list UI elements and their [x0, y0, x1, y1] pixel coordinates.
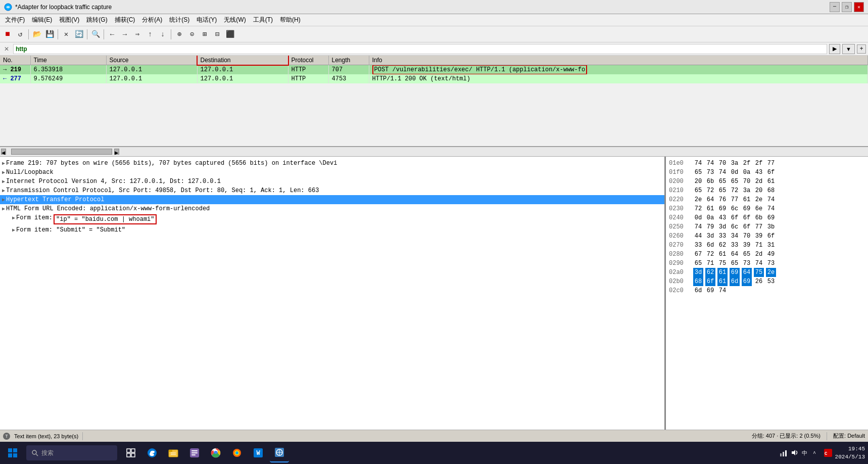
filter-options-btn[interactable]: + [857, 44, 866, 54]
hex-byte[interactable]: 43 [754, 168, 764, 177]
taskbar-firefox[interactable] [227, 443, 247, 462]
col-header-dest[interactable]: Destination [197, 56, 288, 65]
col-header-length[interactable]: Length [328, 56, 369, 65]
hex-byte[interactable]: 74 [693, 222, 703, 231]
col-header-source[interactable]: Source [106, 56, 197, 65]
hex-byte[interactable]: 65 [717, 177, 728, 186]
hex-byte[interactable]: 3d [693, 268, 703, 277]
hex-byte[interactable]: 64 [742, 268, 752, 277]
hex-byte[interactable]: 6f [766, 168, 776, 177]
toolbar-fit-btn[interactable]: ⬛ [224, 29, 235, 40]
hex-byte[interactable]: 69 [742, 277, 752, 286]
menu-tools[interactable]: 工具(T) [250, 15, 276, 25]
menu-help[interactable]: 帮助(H) [277, 15, 304, 25]
scroll-right-btn[interactable]: ▶ [114, 149, 119, 155]
table-row[interactable]: ← 2779.576249127.0.0.1127.0.0.1HTTP4753H… [0, 74, 868, 83]
hex-byte[interactable]: 74 [766, 195, 776, 204]
hex-byte[interactable]: 61 [766, 177, 776, 186]
menu-analyze[interactable]: 分析(A) [139, 15, 165, 25]
menu-stats[interactable]: 统计(S) [166, 15, 192, 25]
hex-byte[interactable]: 61 [705, 204, 715, 213]
hex-byte[interactable]: 43 [717, 213, 728, 222]
hex-byte[interactable]: 73 [742, 259, 752, 268]
detail-item[interactable]: ▶Hypertext Transfer Protocol [0, 195, 664, 204]
taskbar-taskview[interactable] [121, 443, 140, 462]
hex-byte[interactable]: 53 [766, 277, 776, 286]
col-header-no[interactable]: No. [0, 56, 30, 65]
detail-item[interactable]: ▶Form item: "Submit" = "Submit" [0, 225, 664, 235]
hex-byte[interactable]: 65 [717, 186, 728, 195]
hex-byte[interactable]: 6f [705, 277, 715, 286]
hex-byte[interactable]: 2f [742, 159, 752, 168]
hex-byte[interactable]: 3a [742, 186, 752, 195]
toolbar-down-btn[interactable]: ↓ [157, 29, 168, 40]
hex-byte[interactable]: 62 [705, 268, 715, 277]
hex-byte[interactable]: 33 [730, 241, 740, 250]
hex-byte[interactable]: 6f [766, 231, 776, 241]
hex-byte[interactable]: 74 [693, 159, 703, 168]
hex-byte[interactable]: 68 [766, 186, 776, 195]
hex-byte[interactable]: 71 [705, 259, 715, 268]
hex-byte[interactable]: 65 [742, 250, 752, 259]
hex-byte[interactable]: 77 [754, 222, 764, 231]
hex-byte[interactable]: 3a [730, 159, 740, 168]
taskbar-explorer[interactable] [164, 443, 183, 462]
hex-byte[interactable]: 20 [693, 177, 703, 186]
hex-byte[interactable]: 64 [705, 195, 715, 204]
hex-byte[interactable]: 6d [705, 241, 715, 250]
hex-byte[interactable]: 6d [693, 286, 703, 295]
filter-apply-btn[interactable]: ▶ [829, 44, 840, 54]
hex-byte[interactable]: 61 [717, 268, 728, 277]
hex-byte[interactable]: 69 [742, 204, 752, 213]
hex-byte[interactable]: 65 [693, 168, 703, 177]
hex-byte[interactable]: 0a [742, 168, 752, 177]
hex-byte[interactable]: 34 [730, 231, 740, 241]
toolbar-reload-btn[interactable]: 🔄 [73, 29, 84, 40]
hex-byte[interactable]: 61 [717, 277, 728, 286]
col-header-time[interactable]: Time [30, 56, 106, 65]
filter-input[interactable] [13, 44, 827, 54]
hex-byte[interactable]: 39 [742, 241, 752, 250]
detail-item[interactable]: ▶Internet Protocol Version 4, Src: 127.0… [0, 177, 664, 186]
hex-byte[interactable]: 49 [766, 250, 776, 259]
hex-byte[interactable]: 68 [693, 277, 703, 286]
taskbar-app8[interactable] [270, 443, 289, 462]
toolbar-up-btn[interactable]: ↑ [144, 29, 156, 40]
hex-byte[interactable]: 20 [754, 186, 764, 195]
hex-byte[interactable]: 2f [754, 159, 764, 168]
hex-byte[interactable]: 76 [717, 195, 728, 204]
scroll-thumb[interactable] [11, 149, 112, 155]
hex-byte[interactable]: 33 [717, 231, 728, 241]
detail-item[interactable]: ▶Frame 219: 707 bytes on wire (5656 bits… [0, 159, 664, 168]
hex-byte[interactable]: 3b [766, 222, 776, 231]
hex-byte[interactable]: 2e [754, 195, 764, 204]
hex-byte[interactable]: 77 [730, 195, 740, 204]
hex-byte[interactable]: 67 [693, 250, 703, 259]
hex-byte[interactable]: 0a [705, 213, 715, 222]
hex-byte[interactable]: 64 [730, 250, 740, 259]
toolbar-open-btn[interactable]: 📂 [31, 29, 42, 40]
hex-byte[interactable]: 3d [717, 222, 728, 231]
hex-byte[interactable]: 44 [693, 231, 703, 241]
taskbar-chrome[interactable] [206, 443, 225, 462]
hex-byte[interactable]: 77 [766, 159, 776, 168]
toolbar-back-btn[interactable]: ← [107, 29, 118, 40]
menu-phone[interactable]: 电话(Y) [194, 15, 220, 25]
hex-byte[interactable]: 2e [693, 195, 703, 204]
toolbar-save-btn[interactable]: 💾 [44, 29, 55, 40]
toolbar-jump-btn[interactable]: ⇒ [132, 29, 143, 40]
hex-byte[interactable]: 6f [742, 213, 752, 222]
hex-byte[interactable]: 75 [754, 268, 764, 277]
detail-item[interactable]: ▶HTML Form URL Encoded: application/x-ww… [0, 204, 664, 213]
hex-byte[interactable]: 71 [754, 241, 764, 250]
hex-byte[interactable]: 2d [754, 250, 764, 259]
menu-file[interactable]: 文件(F) [2, 15, 28, 25]
hex-byte[interactable]: 72 [693, 204, 703, 213]
taskbar-app4[interactable] [185, 443, 204, 462]
hex-byte[interactable]: 74 [717, 168, 728, 177]
menu-view[interactable]: 视图(V) [56, 15, 82, 25]
hex-byte[interactable]: 6c [730, 204, 740, 213]
start-button[interactable] [3, 443, 22, 462]
minimize-button[interactable]: ─ [830, 2, 840, 12]
hex-byte[interactable]: 6e [754, 204, 764, 213]
